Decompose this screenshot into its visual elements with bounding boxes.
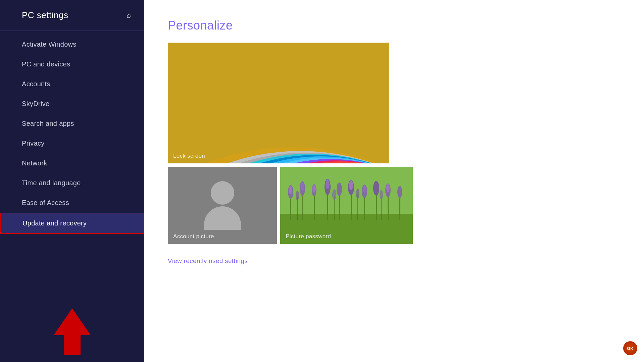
sidebar-header: PC settings ⌕ xyxy=(0,0,144,31)
sidebar-item-time-and-language[interactable]: Time and language xyxy=(0,173,144,193)
lock-screen-tile[interactable]: Lock screen xyxy=(168,43,389,163)
account-picture-tile[interactable]: Account picture xyxy=(168,167,277,244)
sidebar-title: PC settings xyxy=(22,10,68,20)
arrow-up-icon xyxy=(54,308,91,335)
sidebar-item-search-and-apps[interactable]: Search and apps xyxy=(0,114,144,134)
avatar-shape xyxy=(204,181,241,230)
svg-rect-0 xyxy=(168,43,389,163)
lock-screen-image xyxy=(168,43,389,163)
main-content: Personalize xyxy=(144,0,644,362)
svg-rect-38 xyxy=(280,167,413,244)
sidebar: PC settings ⌕ Activate Windows PC and de… xyxy=(0,0,144,362)
avatar-body xyxy=(204,206,241,230)
sidebar-item-skydrive[interactable]: SkyDrive xyxy=(0,94,144,114)
picture-password-label: Picture password xyxy=(286,233,331,240)
view-recently-used-settings-link[interactable]: View recently used settings xyxy=(168,257,621,265)
sidebar-item-accounts[interactable]: Accounts xyxy=(0,74,144,94)
account-avatar-bg xyxy=(168,167,277,244)
sidebar-nav: Activate Windows PC and devices Accounts… xyxy=(0,31,144,305)
bottom-images: Account picture xyxy=(168,167,621,244)
avatar-head xyxy=(211,181,234,205)
sidebar-item-network[interactable]: Network xyxy=(0,153,144,173)
lavender-background xyxy=(280,167,413,244)
page-title: Personalize xyxy=(168,18,621,33)
lock-screen-label: Lock screen xyxy=(173,153,205,159)
sidebar-item-privacy[interactable]: Privacy xyxy=(0,134,144,153)
sidebar-item-activate-windows[interactable]: Activate Windows xyxy=(0,35,144,54)
sidebar-item-update-and-recovery[interactable]: Update and recovery xyxy=(0,213,144,234)
sidebar-item-pc-and-devices[interactable]: PC and devices xyxy=(0,54,144,74)
arrow-stem xyxy=(64,335,81,355)
watermark: GK xyxy=(623,341,637,355)
search-icon[interactable]: ⌕ xyxy=(127,11,131,20)
account-picture-label: Account picture xyxy=(173,233,214,240)
arrow-container xyxy=(0,305,144,362)
image-grid: Lock screen Account picture xyxy=(168,43,621,244)
sidebar-item-ease-of-access[interactable]: Ease of Access xyxy=(0,193,144,213)
picture-password-tile[interactable]: Picture password xyxy=(280,167,413,244)
